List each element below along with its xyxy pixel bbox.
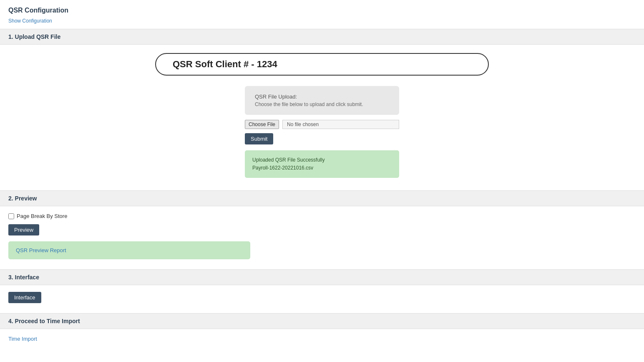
page-break-checkbox[interactable] — [8, 213, 14, 219]
upload-box-subtitle: Choose the file below to upload and clic… — [255, 101, 389, 107]
upload-controls: Choose File No file chosen Submit Upload… — [245, 120, 399, 178]
upload-success-box: Uploaded QSR File Successfully Payroll-1… — [245, 150, 399, 178]
upload-success-line1: Uploaded QSR File Successfully — [252, 156, 392, 164]
page-break-label: Page Break By Store — [17, 213, 67, 219]
section-interface-header: 3. Interface — [0, 270, 644, 285]
section-upload-header: 1. Upload QSR File — [0, 29, 644, 45]
upload-success-line2: Payroll-1622-20221016.csv — [252, 164, 392, 172]
preview-success-box: QSR Preview Report — [8, 241, 250, 259]
file-input-wrapper: Choose File No file chosen — [245, 120, 399, 129]
section-time-import: 4. Proceed to Time Import Time Import — [0, 313, 644, 352]
section-upload: 1. Upload QSR File QSR Soft Client # - 1… — [0, 29, 644, 190]
time-import-link[interactable]: Time Import — [8, 336, 37, 342]
upload-info-box: QSR File Upload: Choose the file below t… — [245, 86, 399, 115]
preview-button[interactable]: Preview — [8, 224, 39, 235]
page-break-checkbox-row: Page Break By Store — [8, 213, 636, 219]
show-config-link[interactable]: Show Configuration — [8, 18, 52, 24]
section-interface: 3. Interface Interface — [0, 269, 644, 313]
section-upload-content: QSR Soft Client # - 1234 QSR File Upload… — [0, 45, 644, 190]
submit-button[interactable]: Submit — [245, 133, 273, 144]
choose-file-button[interactable]: Choose File — [245, 120, 279, 129]
page-title: QSR Configuration — [0, 0, 644, 18]
interface-button[interactable]: Interface — [8, 292, 41, 303]
client-badge: QSR Soft Client # - 1234 — [155, 53, 489, 76]
section-preview: 2. Preview Page Break By Store Preview Q… — [0, 190, 644, 269]
no-file-text: No file chosen — [282, 120, 399, 129]
qsr-preview-report-link[interactable]: QSR Preview Report — [16, 247, 66, 253]
section-time-import-content: Time Import — [0, 329, 644, 352]
section-preview-header: 2. Preview — [0, 191, 644, 206]
section-preview-content: Page Break By Store Preview QSR Preview … — [0, 206, 644, 269]
page-wrapper: QSR Configuration Show Configuration 1. … — [0, 0, 644, 362]
upload-box-title: QSR File Upload: — [255, 94, 389, 100]
section-interface-content: Interface — [0, 285, 644, 313]
section-time-import-header: 4. Proceed to Time Import — [0, 314, 644, 329]
show-config-link-wrapper: Show Configuration — [0, 18, 644, 29]
time-import-link-wrapper: Time Import — [8, 336, 636, 342]
file-input-row: Choose File No file chosen — [245, 120, 399, 129]
